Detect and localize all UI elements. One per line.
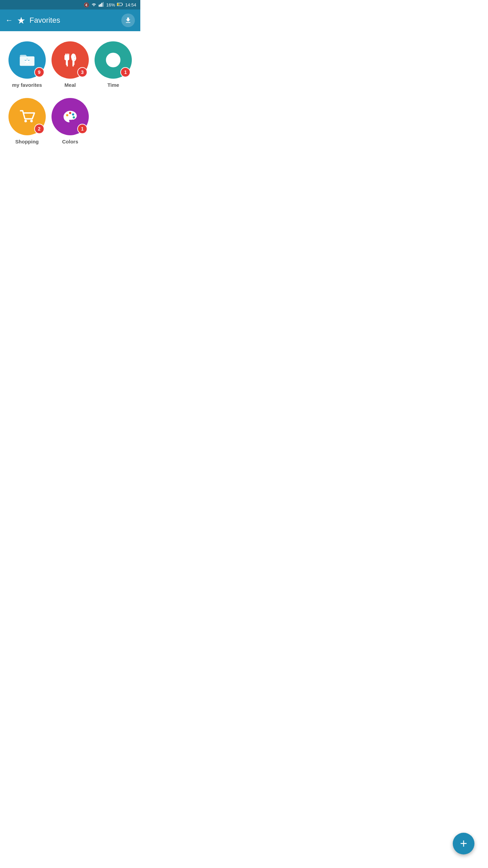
category-label-my-favorites: my favorites bbox=[12, 82, 42, 88]
category-item-colors[interactable]: 1 Colors bbox=[51, 98, 89, 144]
category-label-shopping: Shopping bbox=[15, 139, 39, 144]
category-grid: 9 my favorites bbox=[0, 31, 140, 155]
svg-point-25 bbox=[24, 120, 27, 122]
badge-my-favorites: 9 bbox=[34, 67, 44, 77]
icon-wrapper-colors: 1 bbox=[52, 98, 89, 135]
star-icon: ★ bbox=[17, 15, 25, 26]
icon-wrapper-time: 1 bbox=[95, 41, 132, 79]
badge-meal: 3 bbox=[77, 67, 87, 77]
mute-icon: 🔇 bbox=[84, 2, 89, 7]
svg-rect-0 bbox=[99, 4, 100, 6]
category-label-meal: Meal bbox=[64, 82, 76, 88]
category-item-my-favorites[interactable]: 9 my favorites bbox=[8, 41, 46, 88]
category-item-meal[interactable]: 3 Meal bbox=[51, 41, 89, 88]
svg-rect-5 bbox=[117, 3, 118, 5]
badge-shopping: 2 bbox=[34, 124, 44, 134]
time: 14:54 bbox=[125, 2, 136, 7]
svg-point-27 bbox=[66, 114, 68, 116]
svg-rect-2 bbox=[101, 3, 102, 7]
wifi-icon bbox=[91, 2, 97, 8]
icon-wrapper-meal: 3 bbox=[52, 41, 89, 79]
svg-point-31 bbox=[71, 120, 74, 123]
svg-rect-3 bbox=[103, 2, 104, 7]
battery-icon bbox=[117, 2, 123, 7]
back-button[interactable]: ← bbox=[5, 16, 13, 25]
icon-wrapper-my-favorites: 9 bbox=[8, 41, 46, 79]
svg-point-30 bbox=[73, 116, 75, 119]
category-item-shopping[interactable]: 2 Shopping bbox=[8, 98, 46, 144]
svg-point-28 bbox=[69, 112, 72, 114]
badge-time: 1 bbox=[120, 67, 130, 77]
category-label-colors: Colors bbox=[62, 139, 78, 144]
signal-icon bbox=[99, 2, 104, 8]
page-title: Favorites bbox=[29, 16, 117, 25]
category-item-time[interactable]: 1 Time bbox=[95, 41, 132, 88]
download-button[interactable] bbox=[121, 14, 135, 27]
badge-colors: 1 bbox=[77, 124, 87, 134]
app-bar: ← ★ Favorites bbox=[0, 9, 140, 31]
status-bar: 🔇 16% 14:54 bbox=[0, 0, 140, 9]
svg-point-26 bbox=[30, 120, 33, 122]
battery-percent: 16% bbox=[106, 2, 115, 7]
svg-point-29 bbox=[72, 113, 74, 116]
category-label-time: Time bbox=[107, 82, 119, 88]
svg-rect-1 bbox=[100, 4, 101, 7]
icon-wrapper-shopping: 2 bbox=[8, 98, 46, 135]
